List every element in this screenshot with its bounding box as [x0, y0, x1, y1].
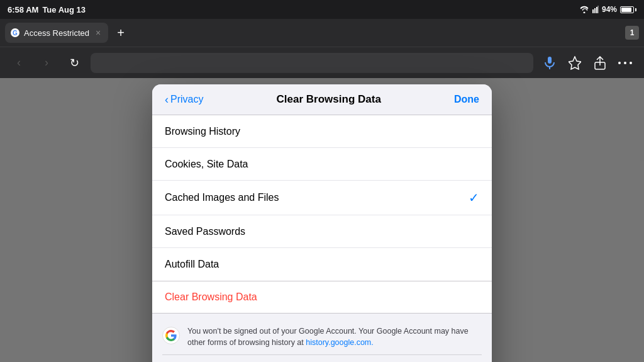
microphone-icon	[543, 56, 556, 70]
status-bar-right: 94%	[579, 5, 636, 14]
back-chevron-icon: ‹	[165, 94, 169, 105]
more-icon	[618, 61, 632, 65]
item-label-saved-passwords: Saved Passwords	[165, 226, 245, 237]
share-icon	[594, 56, 606, 70]
date-display: Tue Aug 13	[42, 5, 86, 14]
more-button[interactable]	[614, 52, 636, 74]
google-account-info-text: You won't be signed out of your Google A…	[187, 326, 482, 348]
time-display: 6:58 AM	[8, 5, 38, 14]
back-icon: ‹	[17, 56, 21, 69]
list-item-autofill[interactable]: Autofill Data	[152, 248, 492, 281]
tab-favicon: G	[10, 28, 20, 38]
main-content: ‹ Privacy Clear Browsing Data Done Brows…	[0, 78, 644, 362]
list-item-cached-images[interactable]: Cached Images and Files ✓	[152, 181, 492, 215]
svg-point-12	[630, 62, 632, 64]
new-tab-button[interactable]: +	[111, 23, 131, 43]
tab-close-button[interactable]: ×	[93, 28, 103, 38]
navigation-bar: ‹ › ↻	[0, 47, 644, 78]
modal-list: Browsing History Cookies, Site Data Cach…	[152, 115, 492, 281]
clear-browsing-data-modal: ‹ Privacy Clear Browsing Data Done Brows…	[152, 84, 492, 362]
svg-rect-1	[594, 8, 596, 13]
modal-title: Clear Browsing Data	[277, 93, 381, 106]
reload-button[interactable]: ↻	[63, 52, 86, 74]
modal-overlay: ‹ Privacy Clear Browsing Data Done Brows…	[0, 78, 644, 362]
forward-button[interactable]: ›	[35, 52, 58, 74]
status-bar: 6:58 AM Tue Aug 13 94%	[0, 0, 644, 19]
tab-title: Access Restricted	[24, 28, 89, 38]
clear-browsing-data-button[interactable]: Clear Browsing Data	[152, 281, 492, 313]
info-section: You won't be signed out of your Google A…	[152, 313, 492, 362]
modal-header: ‹ Privacy Clear Browsing Data Done	[152, 84, 492, 115]
svg-marker-3	[597, 6, 599, 13]
svg-point-10	[618, 62, 621, 64]
checkmark-icon: ✓	[469, 190, 479, 205]
tab-count-badge[interactable]: 1	[625, 26, 639, 40]
active-tab[interactable]: G Access Restricted ×	[5, 23, 108, 43]
list-item-cookies[interactable]: Cookies, Site Data	[152, 148, 492, 181]
list-item-browsing-history[interactable]: Browsing History	[152, 115, 492, 148]
synced-data-info-row: i This clears synced data from all devic…	[162, 354, 482, 362]
battery-percent: 94%	[602, 5, 617, 14]
wifi-icon	[579, 6, 589, 13]
svg-rect-2	[596, 7, 597, 13]
google-icon	[162, 327, 180, 344]
reload-icon: ↻	[70, 56, 79, 70]
battery-indicator	[620, 6, 636, 13]
svg-point-11	[624, 62, 626, 64]
history-google-link[interactable]: history.google.com.	[306, 338, 373, 347]
bookmark-icon	[569, 56, 581, 70]
item-label-cookies: Cookies, Site Data	[165, 159, 248, 170]
item-label-browsing-history: Browsing History	[165, 126, 240, 137]
microphone-button[interactable]	[538, 52, 561, 74]
google-account-info-row: You won't be signed out of your Google A…	[162, 320, 482, 354]
svg-rect-0	[592, 9, 594, 13]
status-bar-left: 6:58 AM Tue Aug 13	[8, 5, 86, 14]
item-label-autofill: Autofill Data	[165, 259, 219, 270]
nav-actions	[538, 52, 636, 74]
share-button[interactable]	[589, 52, 611, 74]
modal-done-button[interactable]: Done	[454, 94, 479, 105]
clear-section: Clear Browsing Data	[152, 281, 492, 313]
svg-marker-8	[569, 57, 581, 69]
svg-text:G: G	[13, 30, 18, 37]
bookmark-button[interactable]	[564, 52, 586, 74]
modal-back-button[interactable]: ‹ Privacy	[165, 94, 203, 105]
list-item-saved-passwords[interactable]: Saved Passwords	[152, 215, 492, 248]
tab-bar: G Access Restricted × + 1	[0, 19, 644, 47]
address-bar[interactable]	[91, 53, 533, 73]
svg-rect-6	[548, 57, 552, 64]
forward-icon: ›	[45, 56, 48, 69]
signal-icon	[592, 6, 599, 13]
modal-back-label: Privacy	[170, 94, 203, 105]
item-label-cached-images: Cached Images and Files	[165, 192, 279, 203]
back-button[interactable]: ‹	[8, 52, 30, 74]
